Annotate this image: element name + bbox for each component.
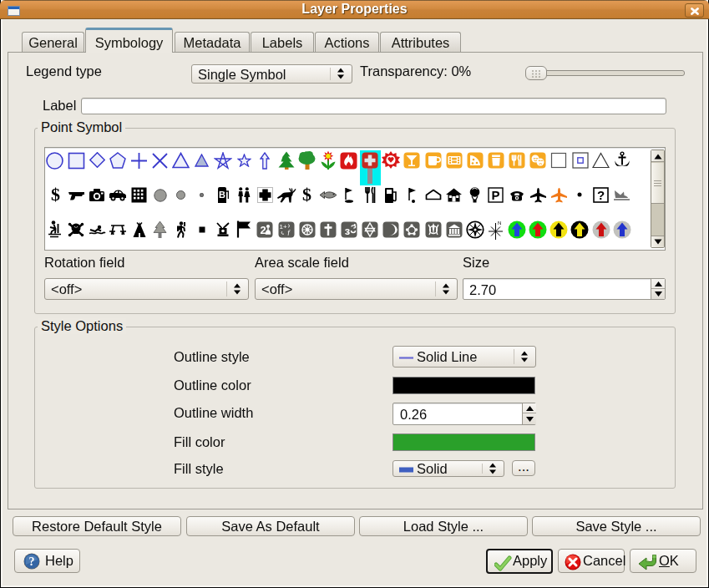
svg-text:B: B <box>219 190 225 200</box>
svg-text:P: P <box>491 188 499 202</box>
svg-text:?: ? <box>29 555 35 568</box>
svg-text:2: 2 <box>260 224 266 236</box>
svg-text:$: $ <box>51 185 60 204</box>
svg-text:ƒ: ƒ <box>287 228 291 236</box>
svg-text:?: ? <box>597 188 605 202</box>
svg-text:з: з <box>345 225 351 237</box>
svg-text:N: N <box>498 220 501 226</box>
svg-text:$: $ <box>302 185 311 204</box>
svg-text:1+: 1+ <box>279 223 286 231</box>
